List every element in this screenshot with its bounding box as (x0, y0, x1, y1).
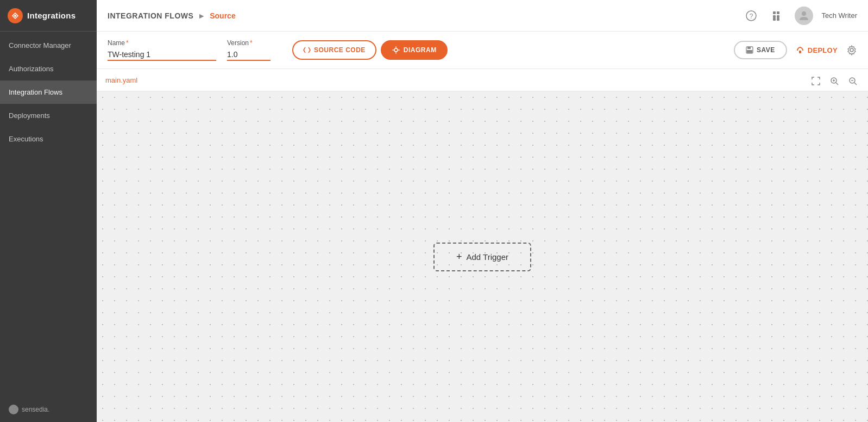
sensedia-text: sensedia. (22, 406, 49, 413)
svg-rect-18 (799, 51, 801, 53)
breadcrumb: INTEGRATION FLOWS ► Source (108, 11, 743, 20)
sidebar-item-authorizations[interactable]: Authorizations (0, 57, 97, 80)
sidebar-footer: sensedia. (0, 397, 97, 422)
sidebar-item-executions[interactable]: Executions (0, 127, 97, 151)
svg-rect-7 (773, 18, 776, 21)
diagram-label: DIAGRAM (404, 46, 437, 54)
breadcrumb-current: Source (210, 11, 235, 20)
fit-view-icon (812, 77, 820, 85)
zoom-out-button[interactable] (846, 75, 859, 88)
version-input[interactable] (227, 49, 271, 61)
content-area: Name* Version* SOURCE CODE (97, 32, 868, 422)
name-label: Name* (108, 39, 216, 47)
user-name[interactable]: Tech Writer (822, 11, 858, 20)
form-toolbar: Name* Version* SOURCE CODE (97, 32, 868, 69)
toolbar-right: SAVE DEPLOY (734, 41, 857, 59)
settings-icon (846, 45, 857, 55)
add-trigger-plus-icon: + (456, 251, 462, 263)
svg-rect-5 (773, 15, 776, 18)
main-content: INTEGRATION FLOWS ► Source ? (97, 0, 868, 422)
svg-text:?: ? (749, 12, 753, 20)
help-icon: ? (746, 10, 757, 21)
diagram-tab-actions (809, 75, 859, 88)
apps-button[interactable] (769, 7, 786, 24)
name-required: * (126, 39, 129, 47)
zoom-in-button[interactable] (828, 75, 841, 88)
sidebar: Integrations Connector Manager Authoriza… (0, 0, 97, 422)
source-code-button[interactable]: SOURCE CODE (292, 40, 376, 60)
sidebar-item-label: Integration Flows (9, 88, 62, 96)
name-field-group: Name* (108, 39, 216, 61)
settings-button[interactable] (846, 45, 857, 55)
svg-point-10 (394, 48, 398, 52)
fit-view-button[interactable] (809, 75, 822, 88)
diagram-canvas[interactable]: + Add Trigger (97, 91, 868, 422)
sensedia-logo: sensedia. (9, 405, 49, 414)
svg-point-0 (14, 15, 16, 17)
sensedia-dot (9, 405, 18, 414)
zoom-in-icon (830, 77, 839, 85)
sidebar-item-label: Connector Manager (9, 41, 71, 49)
version-required: * (250, 39, 253, 47)
logo-text: Integrations (27, 11, 76, 20)
save-button[interactable]: SAVE (734, 41, 787, 59)
breadcrumb-root: INTEGRATION FLOWS (108, 11, 193, 20)
svg-rect-8 (777, 18, 779, 21)
name-input[interactable] (108, 49, 216, 61)
sidebar-item-connector-manager[interactable]: Connector Manager (0, 34, 97, 57)
svg-point-19 (850, 48, 853, 52)
sidebar-logo[interactable]: Integrations (0, 0, 97, 32)
top-header: INTEGRATION FLOWS ► Source ? (97, 0, 868, 32)
top-header-actions: ? Tech Writer (743, 7, 858, 25)
svg-point-9 (802, 11, 806, 16)
avatar[interactable] (795, 7, 813, 25)
add-trigger-button[interactable]: + Add Trigger (433, 243, 531, 271)
sidebar-nav: Connector Manager Authorizations Integra… (0, 32, 97, 397)
avatar-icon (797, 9, 810, 22)
sidebar-item-label: Authorizations (9, 65, 53, 73)
diagram-icon (392, 46, 400, 54)
sidebar-item-integration-flows[interactable]: Integration Flows (0, 80, 97, 104)
diagram-tab-main-yaml[interactable]: main.yaml (105, 76, 137, 86)
diagram-tab-bar: main.yaml (97, 69, 868, 91)
sidebar-item-label: Executions (9, 135, 43, 143)
svg-rect-3 (773, 11, 776, 14)
deploy-label: DEPLOY (808, 46, 838, 54)
svg-line-23 (836, 83, 838, 85)
add-trigger-label: Add Trigger (466, 252, 508, 262)
svg-rect-16 (747, 47, 751, 49)
sidebar-item-label: Deployments (9, 111, 50, 120)
deploy-icon (796, 46, 804, 54)
logo-icon (8, 8, 23, 23)
version-label: Version* (227, 39, 271, 47)
apps-grid-icon (772, 10, 783, 21)
save-icon (746, 46, 753, 54)
diagram-area: main.yaml (97, 69, 868, 422)
svg-line-26 (854, 83, 857, 85)
help-button[interactable]: ? (743, 7, 760, 24)
svg-rect-4 (777, 11, 779, 14)
version-field-group: Version* (227, 39, 271, 61)
sidebar-item-deployments[interactable]: Deployments (0, 104, 97, 127)
breadcrumb-arrow-icon: ► (198, 11, 205, 20)
view-toggle-buttons: SOURCE CODE DIAGRAM (292, 40, 448, 60)
diagram-button[interactable]: DIAGRAM (381, 40, 448, 60)
deploy-button[interactable]: DEPLOY (796, 46, 838, 54)
svg-rect-17 (747, 50, 752, 53)
code-icon (303, 46, 311, 54)
save-label: SAVE (757, 46, 775, 54)
zoom-out-icon (848, 77, 857, 85)
svg-rect-6 (777, 15, 779, 18)
source-code-label: SOURCE CODE (314, 46, 366, 54)
